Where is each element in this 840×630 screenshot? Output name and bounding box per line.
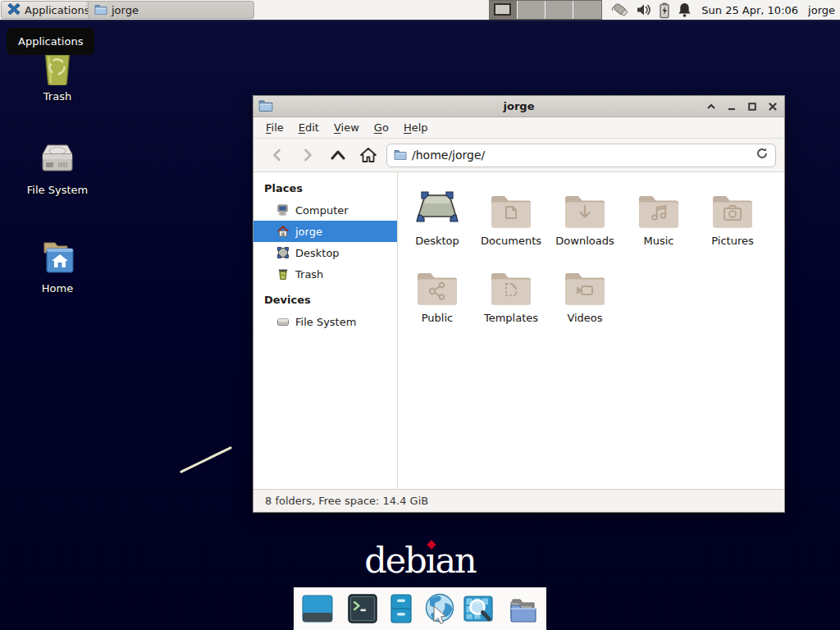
file-desktop[interactable]: Desktop [400, 182, 474, 259]
debian-wallpaper-logo: debıan [0, 540, 840, 581]
applications-menu-label: Applications [25, 4, 89, 16]
volume-icon[interactable] [636, 2, 652, 18]
menu-edit[interactable]: Edit [291, 118, 326, 137]
maximize-button[interactable] [746, 100, 759, 113]
file-label: Videos [567, 312, 602, 324]
workspace-pager [489, 0, 602, 20]
file-manager-window: jorge File Edit View Go Help [253, 95, 785, 513]
file-label: Desktop [415, 235, 459, 247]
menu-view[interactable]: View [326, 118, 367, 137]
folder-icon [394, 148, 407, 163]
sidebar: Places Computer [253, 172, 398, 489]
file-downloads[interactable]: Downloads [548, 182, 622, 259]
desktop-icon-file-system[interactable]: File System [18, 139, 97, 196]
filesystem-drive-icon [36, 139, 79, 182]
close-button[interactable] [766, 100, 779, 113]
file-cabinet-icon[interactable] [384, 591, 418, 626]
menu-help[interactable]: Help [396, 118, 436, 137]
statusbar-text: 8 folders, Free space: 14.4 GiB [265, 495, 428, 507]
file-public[interactable]: Public [400, 259, 474, 336]
file-label: Templates [484, 312, 538, 324]
applications-menu-button[interactable]: Applications [1, 1, 96, 19]
folder-pictures-icon [711, 182, 754, 228]
sidebar-header-places: Places [253, 178, 397, 199]
menubar: File Edit View Go Help [253, 117, 784, 139]
sidebar-item-label: File System [295, 316, 356, 328]
workspace-1[interactable] [490, 1, 518, 19]
menu-go[interactable]: Go [367, 118, 396, 137]
notifications-icon[interactable] [677, 2, 692, 18]
toolbar [253, 139, 784, 172]
battery-icon[interactable] [657, 2, 672, 19]
workspace-3[interactable] [546, 1, 573, 19]
show-desktop-icon[interactable] [300, 591, 335, 626]
sidebar-header-devices: Devices [253, 290, 397, 311]
location-input[interactable] [412, 148, 751, 162]
pager-window-thumbnail [494, 3, 511, 16]
sidebar-item-desktop[interactable]: Desktop [253, 242, 397, 263]
file-videos[interactable]: Videos [548, 259, 622, 336]
folder-public-icon [416, 259, 459, 305]
desktop-stray-line [180, 446, 232, 473]
folder-documents-icon [490, 182, 532, 228]
file-label: Documents [481, 235, 541, 247]
panel-clock[interactable]: Sun 25 Apr, 10:06 [701, 4, 798, 16]
minimize-button[interactable] [725, 100, 738, 113]
desktop-special-icon [414, 182, 460, 228]
panel-right-group: Sun 25 Apr, 10:06 jorge [489, 0, 840, 20]
back-button[interactable] [265, 144, 290, 167]
up-button[interactable] [326, 144, 350, 167]
folder-icon [94, 3, 107, 17]
file-music[interactable]: Music [622, 182, 696, 259]
home-button[interactable] [356, 144, 381, 167]
panel-separator-handle[interactable]: ⋮ [83, 3, 86, 16]
window-icon [258, 98, 273, 115]
file-templates[interactable]: Templates [474, 259, 548, 336]
home-folder-icon [36, 238, 79, 281]
desktop-icon [276, 246, 290, 259]
applications-tooltip: Applications [7, 28, 94, 55]
forward-button[interactable] [295, 144, 320, 167]
folder-videos-icon [564, 259, 606, 305]
application-finder-icon[interactable] [461, 591, 495, 626]
panel-user-menu[interactable]: jorge [808, 4, 835, 16]
sidebar-item-label: Trash [295, 268, 323, 281]
file-view: Desktop Documents [398, 172, 784, 489]
sidebar-item-trash[interactable]: Trash [253, 263, 397, 285]
file-manager-icon[interactable] [506, 591, 541, 626]
reload-icon[interactable] [756, 147, 769, 163]
tooltip-text: Applications [18, 35, 83, 48]
file-pictures[interactable]: Pictures [696, 182, 769, 259]
terminal-icon[interactable] [345, 591, 380, 626]
computer-icon [276, 203, 290, 217]
desktop-icon-label: Home [18, 282, 97, 294]
workspace-2[interactable] [518, 1, 546, 19]
mouse-icon[interactable] [611, 1, 631, 19]
sidebar-item-label: Desktop [295, 247, 340, 259]
top-panel: Applications ⋮ jorge [0, 0, 840, 21]
workspace-4[interactable] [573, 1, 601, 19]
sidebar-item-file-system[interactable]: File System [253, 311, 397, 332]
file-documents[interactable]: Documents [474, 182, 548, 259]
taskbar-window-button[interactable]: jorge [88, 1, 254, 19]
taskbar-window-label: jorge [112, 4, 139, 16]
file-label: Music [644, 235, 674, 247]
desktop-screen: Applications ⋮ jorge [0, 0, 840, 630]
web-browser-icon[interactable] [422, 591, 457, 626]
drive-icon [276, 315, 290, 328]
file-label: Public [422, 312, 453, 324]
file-label: Pictures [711, 235, 753, 247]
window-titlebar[interactable]: jorge [253, 96, 784, 117]
sidebar-item-computer[interactable]: Computer [253, 199, 397, 221]
desktop-icon-home[interactable]: Home [18, 238, 97, 294]
menu-file[interactable]: File [258, 118, 291, 137]
folder-templates-icon [490, 259, 532, 305]
statusbar: 8 folders, Free space: 14.4 GiB [253, 489, 784, 512]
location-bar [386, 144, 776, 167]
folder-downloads-icon [564, 182, 606, 228]
xfce-logo-icon [7, 2, 21, 18]
folder-music-icon [637, 182, 680, 228]
file-label: Downloads [555, 235, 614, 247]
sidebar-item-jorge[interactable]: jorge [253, 221, 397, 242]
shade-button[interactable] [705, 100, 718, 113]
